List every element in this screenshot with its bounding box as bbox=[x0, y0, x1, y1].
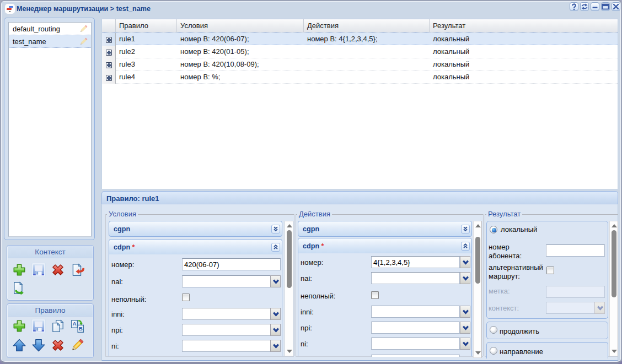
svg-text:B: B bbox=[79, 325, 83, 332]
svg-text:A: A bbox=[73, 320, 77, 327]
